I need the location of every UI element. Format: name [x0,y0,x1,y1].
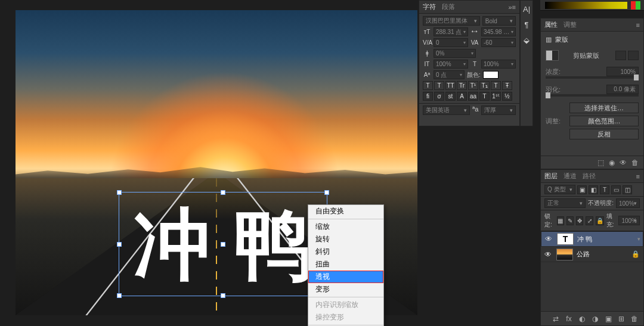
new-adjustment-icon[interactable]: ◑ [591,315,599,323]
panel-flyout-icon[interactable]: »≡ [508,4,516,11]
text-color-swatch[interactable] [483,71,499,79]
ctx-skew[interactable]: 斜切 [308,246,383,258]
mask-from-sel-icon[interactable]: ⬚ [597,159,604,167]
character-dock-icon[interactable]: A| [522,4,531,14]
visibility-toggle-icon[interactable]: 👁 [545,235,553,243]
ctx-perspective[interactable]: 透视 [308,271,383,283]
layer-thumb-image-icon [556,249,573,260]
handle-center[interactable] [221,242,225,247]
lock-position-icon[interactable]: ✥ [576,216,583,225]
visibility-toggle-icon[interactable]: 👁 [544,250,553,259]
filter-shape-icon[interactable]: ▭ [611,185,621,194]
lock-transparent-icon[interactable]: ▦ [557,216,564,225]
style-strike[interactable]: Ŧ [502,81,512,90]
apply-mask-icon[interactable]: ◉ [609,159,615,167]
style-italic[interactable]: T [434,81,444,90]
leading-input[interactable]: 345.98 … [481,27,516,36]
ctx-free-transform[interactable]: 自由变换 [308,205,383,218]
baseline-input[interactable]: 0 点 [434,70,465,79]
font-weight-select[interactable]: Bold [482,16,516,26]
lock-artboard-icon[interactable]: ⤢ [586,216,593,225]
tab-character[interactable]: 字符 [423,2,436,11]
handle-tm[interactable] [221,190,225,195]
feather-value[interactable]: 0.0 像素 [606,85,639,94]
tab-channels[interactable]: 通道 [564,172,577,181]
layer-filter-kind[interactable]: Q 类型 [544,185,575,194]
select-and-mask-button[interactable]: 选择并遮住… [569,103,639,113]
delete-mask-icon[interactable]: 🗑 [631,159,639,167]
paragraph-dock-icon[interactable]: ¶ [522,20,531,29]
vert-scale-input[interactable]: 100% [434,60,468,69]
ot-titling[interactable]: T [479,92,490,101]
handle-bm[interactable] [221,293,225,298]
delete-layer-icon[interactable]: 🗑 [630,315,639,323]
layer-row-bg[interactable]: 👁 公路 🔒 [541,247,643,262]
feather-slider[interactable] [546,94,639,97]
kerning-input[interactable]: 0 [434,38,468,47]
style-allcaps[interactable]: TT [445,81,456,90]
tab-paths[interactable]: 路径 [583,172,596,181]
handle-tr[interactable] [324,190,329,195]
tab-properties[interactable]: 属性 [544,20,558,29]
handle-tl[interactable] [117,190,122,195]
ot-contextual[interactable]: σ [434,92,444,101]
antialias-select[interactable]: 浑厚 [481,105,516,115]
filter-adjust-icon[interactable]: ◧ [589,185,598,194]
tracking-input[interactable]: -60 [481,38,516,47]
layer-fx-icon[interactable]: fx [565,315,573,323]
ot-ligatures[interactable]: fi [423,92,433,101]
layer-name[interactable]: 公路 [577,250,628,259]
style-superscript[interactable]: T¹ [468,81,478,90]
filter-text-icon[interactable]: T [600,185,609,194]
blend-mode-select[interactable]: 正常 [544,198,586,208]
filter-pixel-icon[interactable]: ▣ [577,185,587,194]
lock-all-icon[interactable]: 🔒 [596,216,604,225]
horiz-scale-input[interactable]: 100% [481,60,516,69]
font-family-select[interactable]: 汉图巴巴里黑体 [423,16,480,26]
style-subscript[interactable]: T₁ [479,81,490,90]
tab-layers[interactable]: 图层 [544,172,558,181]
new-layer-icon[interactable]: ⊞ [617,315,626,323]
lock-pixels-icon[interactable]: ✎ [566,216,574,225]
mask-thumb-icon[interactable] [546,50,559,61]
style-smallcaps[interactable]: Tr [457,81,467,90]
layer-row-text[interactable]: 👁 T 冲 鸭 [541,231,643,247]
ctx-warp[interactable]: 变形 [308,283,383,296]
ot-stylistic[interactable]: aa [468,92,478,101]
tab-paragraph[interactable]: 段落 [442,2,455,11]
kern-percent-input[interactable]: 0% [434,49,476,58]
layers-flyout-icon[interactable]: ≡ [636,173,640,180]
ot-discretionary[interactable]: st [445,92,456,101]
new-group-icon[interactable]: ▣ [604,315,612,323]
filter-smart-icon[interactable]: ◫ [623,185,632,194]
density-slider[interactable] [546,76,639,79]
handle-bl[interactable] [117,293,122,298]
handle-ml[interactable] [117,242,122,247]
ot-ordinals[interactable]: 1ˢᵗ [491,92,501,101]
ctx-rotate[interactable]: 旋转 [308,233,383,246]
3d-dock-icon[interactable]: ⬙ [522,35,531,45]
color-ramp[interactable] [540,0,644,11]
transform-bounding-box[interactable]: 冲 鸭 [119,192,327,296]
style-underline[interactable]: T [491,81,501,90]
color-range-button[interactable]: 颜色范围… [569,116,639,126]
add-mask-icon[interactable]: ◐ [578,315,586,323]
tab-adjustments[interactable]: 调整 [564,20,577,29]
layer-name[interactable]: 冲 鸭 [577,235,639,244]
fill-input[interactable]: 100% [618,216,640,225]
ot-fractions[interactable]: ½ [502,92,512,101]
pixel-mask-button[interactable] [615,51,626,60]
layer-lock-icon[interactable]: 🔒 [631,250,640,258]
invert-button[interactable]: 反相 [569,129,639,139]
language-select[interactable]: 美国英语 [423,105,470,115]
ctx-scale[interactable]: 缩放 [308,221,383,233]
opacity-input[interactable]: 100% [616,198,640,208]
style-bold[interactable]: T [423,81,433,90]
properties-flyout-icon[interactable]: ≡ [636,21,640,29]
font-size-input[interactable]: 288.31 点 [434,27,468,36]
ctx-distort[interactable]: 扭曲 [308,258,383,271]
disable-mask-icon[interactable]: 👁 [620,159,627,167]
vector-mask-button[interactable] [628,51,639,60]
ot-swash[interactable]: A [457,92,467,101]
link-layers-icon[interactable]: ⇄ [552,315,560,323]
